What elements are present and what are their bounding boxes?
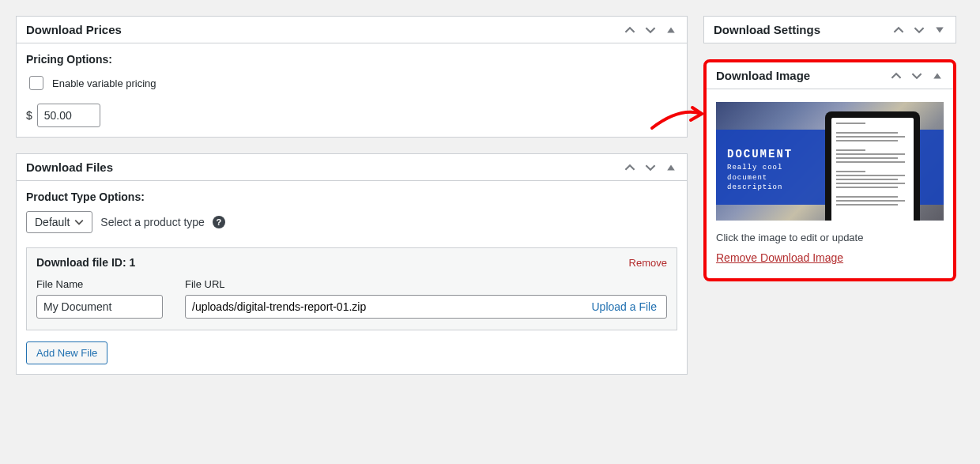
remove-download-image-link[interactable]: Remove Download Image [716,251,843,264]
panel-title: Download Prices [26,23,122,36]
download-prices-panel: Download Prices Pricing Options: Enable … [16,16,688,138]
price-input[interactable] [37,104,100,127]
download-files-panel: Download Files Product Type Options: Def… [16,153,688,375]
download-image-panel: Download Image DOCUMENT Really cool [703,59,956,281]
panel-title: Download Settings [714,23,820,36]
download-file-row: Download file ID: 1 Remove File Name Fil… [26,247,677,330]
panel-title: Download Image [716,69,810,82]
collapse-toggle-icon[interactable] [665,24,677,36]
move-down-icon[interactable] [644,161,657,174]
panel-header: Download Files [17,154,687,181]
chevron-down-icon [74,217,84,227]
info-icon[interactable]: ? [213,216,225,228]
product-type-select[interactable]: Default [26,211,92,233]
move-up-icon[interactable] [890,70,903,82]
panel-header: Download Settings [704,17,956,43]
file-name-label: File Name [36,278,163,290]
panel-header: Download Prices [17,17,687,43]
move-up-icon[interactable] [624,161,636,174]
file-id-label: Download file ID: 1 [36,256,135,269]
image-preview: DOCUMENT Really cool document descriptio… [716,102,944,221]
enable-variable-pricing-row[interactable]: Enable variable pricing [26,74,677,92]
move-down-icon[interactable] [910,70,923,82]
collapse-toggle-icon[interactable] [665,161,677,174]
download-settings-panel: Download Settings [703,16,956,43]
move-up-icon[interactable] [624,24,636,36]
move-down-icon[interactable] [644,24,657,36]
currency-symbol: $ [26,109,32,122]
product-type-options-label: Product Type Options: [26,191,677,203]
file-name-input[interactable] [36,295,163,319]
preview-title: DOCUMENT [727,148,793,160]
panel-header: Download Image [707,62,953,89]
file-url-label: File URL [185,278,667,290]
move-up-icon[interactable] [892,24,905,36]
expand-toggle-icon[interactable] [933,24,946,36]
upload-file-link[interactable]: Upload a File [582,297,667,316]
enable-variable-pricing-checkbox[interactable] [29,76,43,90]
image-caption: Click the image to edit or update [716,232,944,243]
collapse-toggle-icon[interactable] [931,70,944,82]
download-image-thumbnail[interactable]: DOCUMENT Really cool document descriptio… [716,102,944,221]
panel-title: Download Files [26,160,113,174]
move-down-icon[interactable] [913,24,925,36]
product-type-hint: Select a product type [100,216,205,228]
add-new-file-button[interactable]: Add New File [26,341,107,364]
checkbox-label: Enable variable pricing [52,77,156,89]
select-value: Default [35,216,70,228]
file-url-input[interactable] [186,296,582,318]
pricing-options-label: Pricing Options: [26,53,677,66]
remove-file-link[interactable]: Remove [629,257,667,269]
